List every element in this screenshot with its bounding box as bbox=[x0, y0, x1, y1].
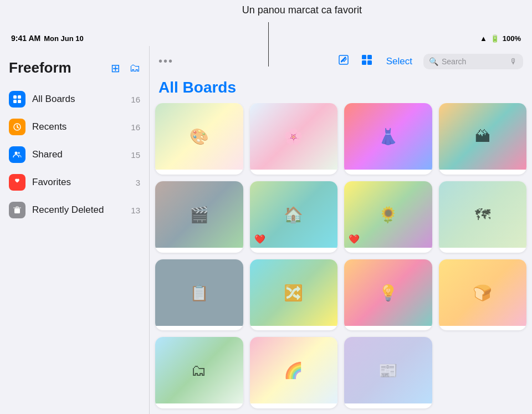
mic-icon[interactable]: 🎙 bbox=[510, 57, 518, 66]
recents-icon bbox=[9, 119, 25, 135]
shared-icon bbox=[9, 146, 25, 163]
board-info: Movies of Hutteldorf Fa... 5/28/24, 4:30… bbox=[155, 248, 243, 253]
status-right: ▲ 🔋 100% bbox=[480, 34, 521, 43]
svg-rect-3 bbox=[18, 100, 21, 103]
board-card[interactable]: 🌻 ❤️ Pollinator Garden 5/23/24, 6:36 PM … bbox=[344, 181, 432, 253]
board-name: Fashion Mood Board bbox=[350, 174, 427, 175]
sidebar-new-icon[interactable]: 🗂 bbox=[129, 62, 140, 74]
board-thumbnail: 🗺 bbox=[439, 181, 527, 248]
board-thumbnail: 🏠 ❤️ bbox=[250, 181, 338, 248]
thumb-decoration: 🌈 bbox=[284, 361, 303, 380]
sidebar-panel-icon[interactable]: ⊞ bbox=[111, 62, 120, 75]
recents-label: Recents bbox=[32, 121, 124, 132]
board-info: Storyboard 5/23/24, 6:33 PM Danny & Dann… bbox=[155, 326, 243, 331]
board-thumbnail: 🗂 bbox=[155, 337, 243, 403]
board-thumbnail: 🎨 bbox=[155, 103, 243, 170]
board-thumbnail: 🏔 bbox=[439, 103, 527, 170]
thumb-decoration: 🏠 bbox=[284, 205, 303, 223]
sidebar-item-recently-deleted[interactable]: Recently Deleted 13 bbox=[0, 196, 149, 224]
search-bar[interactable]: 🔍 Search 🎙 bbox=[423, 54, 523, 69]
thumb-decoration: 📋 bbox=[190, 283, 209, 301]
sidebar-icons: ⊞ 🗂 bbox=[111, 62, 140, 75]
favorite-heart-icon: ❤️ bbox=[349, 234, 360, 244]
board-thumbnail: 👗 bbox=[344, 103, 432, 170]
select-button[interactable]: Select bbox=[382, 54, 417, 69]
board-name: Bread Making at Home bbox=[444, 330, 521, 331]
board-name: Living Office Case Study bbox=[255, 252, 332, 253]
board-info: Adventure Map 5/23/24, 6:34 PM Danny & D… bbox=[439, 248, 527, 253]
board-info: Plot Twist 5/23/24, 6:24 PM Danny Rico bbox=[250, 326, 338, 331]
board-card[interactable]: 🔀 Plot Twist 5/23/24, 6:24 PM Danny Rico bbox=[250, 259, 338, 331]
board-info bbox=[344, 403, 432, 408]
more-options-icon[interactable]: ••• bbox=[158, 55, 173, 68]
annotation-text: Un panou marcat ca favorit bbox=[242, 4, 362, 16]
board-card[interactable]: 🏔 Hutteldorf Falls, NY Yesterday, 5:17 P… bbox=[439, 103, 527, 175]
main-toolbar: ••• bbox=[150, 46, 532, 76]
sidebar-item-favorites[interactable]: Favorites 3 bbox=[0, 168, 149, 196]
recently-deleted-label: Recently Deleted bbox=[32, 205, 124, 216]
board-card[interactable]: 🌈 bbox=[250, 337, 338, 408]
board-card[interactable]: 🎬 Movies of Hutteldorf Fa... 5/28/24, 4:… bbox=[155, 181, 243, 253]
sidebar-item-all-boards[interactable]: All Boards 16 bbox=[0, 85, 149, 113]
board-info bbox=[155, 403, 243, 408]
board-card[interactable]: 👗 Fashion Mood Board Yesterday, 4:06 PM … bbox=[344, 103, 432, 175]
thumb-decoration: 🎨 bbox=[190, 127, 209, 146]
board-thumbnail: 🌈 bbox=[250, 337, 338, 403]
board-name: Pattern Study bbox=[255, 174, 332, 175]
status-date: Mon Jun 10 bbox=[44, 34, 84, 43]
annotation-line bbox=[268, 22, 269, 67]
sidebar-item-shared[interactable]: Shared 15 bbox=[0, 141, 149, 168]
app-container: Freeform ⊞ 🗂 All Boards 16 bbox=[0, 46, 532, 414]
search-icon: 🔍 bbox=[429, 57, 438, 66]
board-name: Movies of Hutteldorf Fa... bbox=[161, 252, 238, 253]
board-thumbnail: 🎬 bbox=[155, 181, 243, 248]
board-card[interactable]: 💡 Brainstorm Session 5/23/24, 6:16 PM bbox=[344, 259, 432, 331]
svg-rect-10 bbox=[367, 55, 372, 59]
sidebar-item-recents[interactable]: Recents 16 bbox=[0, 113, 149, 141]
board-card[interactable]: 🌸 Pattern Study Yesterday, 4:12 PM Miche… bbox=[250, 103, 338, 175]
shared-count: 15 bbox=[131, 150, 140, 160]
favorites-label: Favorites bbox=[32, 177, 129, 188]
board-card[interactable]: 📰 bbox=[344, 337, 432, 408]
board-card[interactable]: 🏠 ❤️ Living Office Case Study 5/23/24, 6… bbox=[250, 181, 338, 253]
thumb-decoration: 👗 bbox=[378, 127, 398, 146]
board-thumbnail: 🌸 bbox=[250, 103, 338, 170]
thumb-decoration: 🏔 bbox=[475, 127, 490, 146]
all-boards-label: All Boards bbox=[32, 94, 124, 105]
boards-grid: 🎨 Kindah Final Yesterday, 4:15 PM Joan &… bbox=[150, 103, 532, 414]
battery-icon: 🔋 bbox=[490, 34, 499, 43]
thumb-decoration: 💡 bbox=[378, 283, 398, 301]
board-info: Living Office Case Study 5/23/24, 6:43 P… bbox=[250, 248, 338, 253]
board-card[interactable]: 🗂 bbox=[155, 337, 243, 408]
board-thumbnail: 🔀 bbox=[250, 259, 338, 326]
recents-count: 16 bbox=[131, 122, 140, 132]
compose-icon[interactable] bbox=[335, 52, 352, 71]
board-thumbnail: 📰 bbox=[344, 337, 432, 403]
board-info: Brainstorm Session 5/23/24, 6:16 PM bbox=[344, 326, 432, 331]
thumb-decoration: 🎬 bbox=[190, 205, 209, 223]
svg-point-5 bbox=[15, 152, 18, 155]
shared-label: Shared bbox=[32, 149, 124, 160]
page-title-bar: All Boards bbox=[150, 76, 532, 103]
board-card[interactable]: 📋 Storyboard 5/23/24, 6:33 PM Danny & Da… bbox=[155, 259, 243, 331]
board-info: Hutteldorf Falls, NY Yesterday, 5:17 PM … bbox=[439, 170, 527, 175]
board-card[interactable]: 🍞 Bread Making at Home 5/23/24, 6:15 PM … bbox=[439, 259, 527, 331]
all-boards-icon bbox=[9, 91, 25, 108]
svg-rect-2 bbox=[13, 100, 17, 103]
board-name: Adventure Map bbox=[444, 252, 521, 253]
main-content: ••• bbox=[150, 46, 532, 414]
battery-percentage: 100% bbox=[503, 34, 521, 43]
favorites-icon bbox=[9, 174, 25, 191]
recently-deleted-count: 13 bbox=[131, 206, 140, 215]
sidebar-title: Freeform bbox=[9, 59, 71, 76]
grid-view-icon[interactable] bbox=[359, 52, 375, 71]
board-name: Hutteldorf Falls, NY bbox=[444, 174, 521, 175]
board-name: Plot Twist bbox=[255, 330, 332, 331]
search-input[interactable]: Search bbox=[442, 57, 507, 66]
board-info: Bread Making at Home 5/23/24, 6:15 PM Jo… bbox=[439, 326, 527, 331]
thumb-decoration: 🌸 bbox=[284, 127, 303, 146]
board-card[interactable]: 🗺 Adventure Map 5/23/24, 6:34 PM Danny &… bbox=[439, 181, 527, 253]
board-card[interactable]: 🎨 Kindah Final Yesterday, 4:15 PM Joan &… bbox=[155, 103, 243, 175]
sidebar: Freeform ⊞ 🗂 All Boards 16 bbox=[0, 46, 150, 414]
thumb-decoration: 🌻 bbox=[378, 205, 398, 223]
